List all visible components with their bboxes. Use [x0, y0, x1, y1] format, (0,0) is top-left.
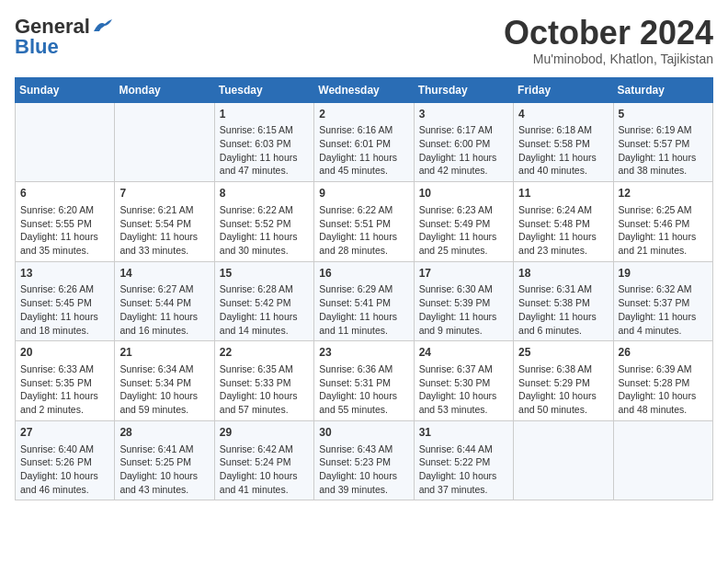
cell-content: Sunrise: 6:24 AM Sunset: 5:48 PM Dayligh…: [518, 203, 608, 258]
calendar-cell: 14Sunrise: 6:27 AM Sunset: 5:44 PM Dayli…: [115, 261, 214, 341]
col-header-monday: Monday: [115, 77, 214, 102]
cell-content: Sunrise: 6:26 AM Sunset: 5:45 PM Dayligh…: [20, 282, 109, 337]
day-number: 12: [619, 186, 708, 201]
cell-content: Sunrise: 6:17 AM Sunset: 6:00 PM Dayligh…: [419, 123, 508, 178]
day-number: 17: [419, 266, 508, 282]
cell-content: Sunrise: 6:38 AM Sunset: 5:29 PM Dayligh…: [518, 362, 608, 417]
calendar-cell: 24Sunrise: 6:37 AM Sunset: 5:30 PM Dayli…: [414, 341, 513, 421]
calendar-cell: 15Sunrise: 6:28 AM Sunset: 5:42 PM Dayli…: [214, 261, 313, 341]
cell-content: Sunrise: 6:22 AM Sunset: 5:52 PM Dayligh…: [220, 203, 309, 258]
calendar-cell: 3Sunrise: 6:17 AM Sunset: 6:00 PM Daylig…: [414, 102, 513, 182]
week-row-2: 6Sunrise: 6:20 AM Sunset: 5:55 PM Daylig…: [16, 182, 713, 262]
calendar-cell: 18Sunrise: 6:31 AM Sunset: 5:38 PM Dayli…: [514, 261, 613, 341]
location: Mu'minobod, Khatlon, Tajikistan: [504, 52, 713, 66]
day-number: 27: [20, 425, 109, 441]
day-number: 7: [119, 186, 209, 201]
calendar-cell: 22Sunrise: 6:35 AM Sunset: 5:33 PM Dayli…: [214, 341, 313, 421]
cell-content: Sunrise: 6:19 AM Sunset: 5:57 PM Dayligh…: [619, 123, 708, 178]
calendar-cell: 6Sunrise: 6:20 AM Sunset: 5:55 PM Daylig…: [16, 182, 115, 262]
cell-content: Sunrise: 6:30 AM Sunset: 5:39 PM Dayligh…: [419, 282, 508, 337]
day-number: 24: [419, 345, 508, 361]
cell-content: Sunrise: 6:40 AM Sunset: 5:26 PM Dayligh…: [20, 442, 109, 497]
col-header-wednesday: Wednesday: [314, 77, 414, 102]
day-number: 19: [619, 266, 708, 282]
cell-content: Sunrise: 6:41 AM Sunset: 5:25 PM Dayligh…: [119, 442, 209, 497]
day-number: 3: [419, 107, 508, 122]
col-header-saturday: Saturday: [613, 77, 712, 102]
col-header-thursday: Thursday: [414, 77, 513, 102]
calendar-cell: 13Sunrise: 6:26 AM Sunset: 5:45 PM Dayli…: [16, 261, 115, 341]
day-number: 4: [518, 107, 608, 122]
day-number: 1: [220, 107, 309, 122]
day-number: 15: [220, 266, 309, 282]
cell-content: Sunrise: 6:36 AM Sunset: 5:31 PM Dayligh…: [319, 362, 408, 417]
calendar-cell: 19Sunrise: 6:32 AM Sunset: 5:37 PM Dayli…: [613, 261, 712, 341]
day-number: 2: [319, 107, 408, 122]
cell-content: Sunrise: 6:35 AM Sunset: 5:33 PM Dayligh…: [220, 362, 309, 417]
calendar-cell: 23Sunrise: 6:36 AM Sunset: 5:31 PM Dayli…: [314, 341, 414, 421]
cell-content: Sunrise: 6:21 AM Sunset: 5:54 PM Dayligh…: [119, 203, 209, 258]
month-title: October 2024: [504, 15, 713, 52]
calendar-cell: 28Sunrise: 6:41 AM Sunset: 5:25 PM Dayli…: [115, 420, 214, 500]
cell-content: Sunrise: 6:16 AM Sunset: 6:01 PM Dayligh…: [319, 123, 408, 178]
calendar-cell: 16Sunrise: 6:29 AM Sunset: 5:41 PM Dayli…: [314, 261, 414, 341]
cell-content: Sunrise: 6:23 AM Sunset: 5:49 PM Dayligh…: [419, 203, 508, 258]
cell-content: Sunrise: 6:32 AM Sunset: 5:37 PM Dayligh…: [619, 282, 708, 337]
day-number: 21: [119, 345, 209, 361]
calendar-cell: 5Sunrise: 6:19 AM Sunset: 5:57 PM Daylig…: [613, 102, 712, 182]
calendar-cell: 9Sunrise: 6:22 AM Sunset: 5:51 PM Daylig…: [314, 182, 414, 262]
day-number: 23: [319, 345, 408, 361]
cell-content: Sunrise: 6:18 AM Sunset: 5:58 PM Dayligh…: [518, 123, 608, 178]
day-number: 14: [119, 266, 209, 282]
week-row-3: 13Sunrise: 6:26 AM Sunset: 5:45 PM Dayli…: [16, 261, 713, 341]
cell-content: Sunrise: 6:22 AM Sunset: 5:51 PM Dayligh…: [319, 203, 408, 258]
cell-content: Sunrise: 6:28 AM Sunset: 5:42 PM Dayligh…: [220, 282, 309, 337]
calendar-cell: 1Sunrise: 6:15 AM Sunset: 6:03 PM Daylig…: [214, 102, 313, 182]
calendar-cell: [613, 420, 712, 500]
day-number: 8: [220, 186, 309, 201]
cell-content: Sunrise: 6:39 AM Sunset: 5:28 PM Dayligh…: [619, 362, 708, 417]
day-number: 5: [619, 107, 708, 122]
calendar-cell: 2Sunrise: 6:16 AM Sunset: 6:01 PM Daylig…: [314, 102, 414, 182]
day-number: 11: [518, 186, 608, 201]
cell-content: Sunrise: 6:42 AM Sunset: 5:24 PM Dayligh…: [220, 442, 309, 497]
calendar-cell: [514, 420, 613, 500]
calendar-cell: 10Sunrise: 6:23 AM Sunset: 5:49 PM Dayli…: [414, 182, 513, 262]
day-number: 16: [319, 266, 408, 282]
day-number: 18: [518, 266, 608, 282]
day-number: 31: [419, 425, 508, 441]
week-row-5: 27Sunrise: 6:40 AM Sunset: 5:26 PM Dayli…: [16, 420, 713, 500]
day-number: 30: [319, 425, 408, 441]
calendar-cell: 7Sunrise: 6:21 AM Sunset: 5:54 PM Daylig…: [115, 182, 214, 262]
calendar-table: SundayMondayTuesdayWednesdayThursdayFrid…: [15, 77, 713, 501]
day-number: 20: [20, 345, 109, 361]
logo: General Blue: [15, 15, 112, 59]
day-number: 6: [20, 186, 109, 201]
week-row-4: 20Sunrise: 6:33 AM Sunset: 5:35 PM Dayli…: [16, 341, 713, 421]
calendar-cell: 29Sunrise: 6:42 AM Sunset: 5:24 PM Dayli…: [214, 420, 313, 500]
day-number: 25: [518, 345, 608, 361]
day-number: 10: [419, 186, 508, 201]
col-header-friday: Friday: [514, 77, 613, 102]
calendar-cell: 26Sunrise: 6:39 AM Sunset: 5:28 PM Dayli…: [613, 341, 712, 421]
page-header: General Blue October 2024 Mu'minobod, Kh…: [15, 15, 713, 66]
calendar-cell: 31Sunrise: 6:44 AM Sunset: 5:22 PM Dayli…: [414, 420, 513, 500]
cell-content: Sunrise: 6:20 AM Sunset: 5:55 PM Dayligh…: [20, 203, 109, 258]
cell-content: Sunrise: 6:29 AM Sunset: 5:41 PM Dayligh…: [319, 282, 408, 337]
calendar-cell: 27Sunrise: 6:40 AM Sunset: 5:26 PM Dayli…: [16, 420, 115, 500]
calendar-cell: 17Sunrise: 6:30 AM Sunset: 5:39 PM Dayli…: [414, 261, 513, 341]
cell-content: Sunrise: 6:37 AM Sunset: 5:30 PM Dayligh…: [419, 362, 508, 417]
calendar-cell: 20Sunrise: 6:33 AM Sunset: 5:35 PM Dayli…: [16, 341, 115, 421]
calendar-cell: 21Sunrise: 6:34 AM Sunset: 5:34 PM Dayli…: [115, 341, 214, 421]
calendar-cell: 25Sunrise: 6:38 AM Sunset: 5:29 PM Dayli…: [514, 341, 613, 421]
day-number: 29: [220, 425, 309, 441]
day-number: 13: [20, 266, 109, 282]
cell-content: Sunrise: 6:43 AM Sunset: 5:23 PM Dayligh…: [319, 442, 408, 497]
cell-content: Sunrise: 6:34 AM Sunset: 5:34 PM Dayligh…: [119, 362, 209, 417]
cell-content: Sunrise: 6:25 AM Sunset: 5:46 PM Dayligh…: [619, 203, 708, 258]
calendar-cell: 4Sunrise: 6:18 AM Sunset: 5:58 PM Daylig…: [514, 102, 613, 182]
calendar-cell: 30Sunrise: 6:43 AM Sunset: 5:23 PM Dayli…: [314, 420, 414, 500]
day-header-row: SundayMondayTuesdayWednesdayThursdayFrid…: [16, 77, 713, 102]
day-number: 26: [619, 345, 708, 361]
cell-content: Sunrise: 6:44 AM Sunset: 5:22 PM Dayligh…: [419, 442, 508, 497]
